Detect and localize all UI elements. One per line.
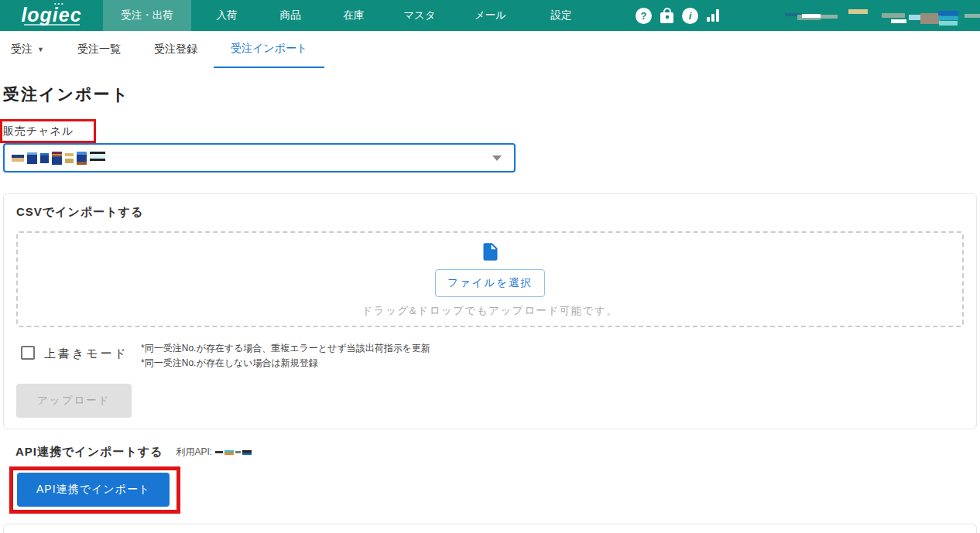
tab-order-dropdown[interactable]: 受注 ▼ [11,31,44,68]
stats-icon[interactable] [707,9,719,22]
api-section-heading: API連携でインポートする [15,445,163,460]
logo-dots-decoration: ••• [54,1,64,6]
nav-item-master[interactable]: マスタ [385,0,454,31]
logo-text: logiec [21,6,81,23]
overwrite-mode-notes: *同一受注No.が存在する場合、重複エラーとせず当該出荷指示を更新 *同一受注N… [141,341,430,371]
logo-tagline [24,24,80,26]
bag-icon[interactable] [660,12,673,23]
nav-item-inventory[interactable]: 在庫 [322,0,385,31]
api-button-annotation: API連携でインポート [9,466,180,514]
tab-order-import[interactable]: 受注インポート [214,31,324,68]
select-caret-icon [492,155,502,161]
help-icon[interactable]: ? [636,8,652,24]
redacted-selected-channel [12,152,105,165]
api-in-use-label: 利用API: [176,446,252,459]
api-import-section: API連携でインポートする 利用API: API連携でインポート [15,445,977,514]
file-dropzone[interactable]: ファイルを選択 ドラッグ&ドロップでもアップロード可能です。 [16,231,964,327]
upload-button[interactable]: アップロード [16,384,132,418]
nav-item-orders-shipping[interactable]: 受注・出荷 [103,0,191,31]
overwrite-note-1: *同一受注No.が存在する場合、重複エラーとせず当該出荷指示を更新 [141,341,430,356]
nav-item-products[interactable]: 商品 [259,0,322,31]
chevron-down-icon: ▼ [37,46,44,53]
info-icon[interactable]: i [682,8,698,24]
nav-item-settings[interactable]: 設定 [527,0,595,31]
sales-channel-select[interactable] [3,143,516,173]
overwrite-mode-label: 上書きモード [44,347,128,361]
overwrite-note-2: *同一受注No.が存在しない場合は新規登録 [141,356,430,371]
file-select-button[interactable]: ファイルを選択 [435,269,545,297]
overwrite-mode-row: 上書きモード *同一受注No.が存在する場合、重複エラーとせず当該出荷指示を更新… [21,341,964,371]
sub-nav: 受注 ▼ 受注一覧 受注登録 受注インポート [0,31,980,68]
main-content: 受注インポート 販売チャネル CSVでインポートする ファイルを選択 ドラッグ&… [0,68,980,533]
top-nav: ••• logiec 受注・出荷 入荷 商品 在庫 マスタ メール 設定 ? i [0,0,980,31]
api-import-button[interactable]: API連携でインポート [17,473,170,507]
page-title: 受注インポート [3,84,977,105]
app-logo[interactable]: ••• logiec [0,0,103,31]
dropzone-hint: ドラッグ&ドロップでもアップロード可能です。 [362,304,618,318]
channel-label: 販売チャネル [2,125,74,137]
csv-import-panel: CSVでインポートする ファイルを選択 ドラッグ&ドロップでもアップロード可能で… [3,193,977,429]
nav-item-receiving[interactable]: 入荷 [195,0,259,31]
import-history-panel: インポート履歴 [3,524,977,533]
upload-file-icon [480,241,501,262]
tab-order-list[interactable]: 受注一覧 [77,31,121,68]
redacted-api-name [215,450,252,455]
overwrite-mode-checkbox[interactable] [21,346,35,360]
tab-order-register[interactable]: 受注登録 [154,31,197,68]
csv-section-heading: CSVでインポートする [16,205,964,220]
channel-label-annotation: 販売チャネル [0,119,96,143]
nav-item-mail[interactable]: メール [454,0,527,31]
